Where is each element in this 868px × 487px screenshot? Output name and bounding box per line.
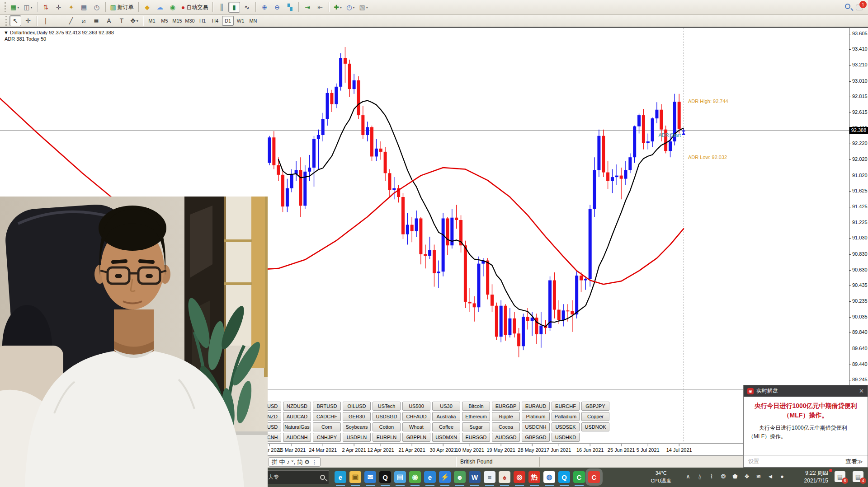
symbol-button-gbppln[interactable]: GBPPLN	[402, 433, 430, 442]
symbol-button-usdsgd[interactable]: USDSGD	[373, 412, 401, 421]
data-window-button[interactable]: ✛	[53, 2, 65, 13]
symbol-button-ethereum[interactable]: Ethereum	[462, 412, 490, 421]
taskbar-app-sticky-notes[interactable]: ▤	[394, 471, 406, 483]
symbol-button-cnhjpy[interactable]: CNHJPY	[313, 433, 341, 442]
symbol-button-ustech[interactable]: USTech	[373, 402, 401, 411]
symbol-button-eurchf[interactable]: EURCHF	[552, 402, 580, 411]
fibonacci-tool[interactable]: ≣	[90, 15, 102, 26]
navigator-button[interactable]: ✦	[66, 2, 77, 13]
trendline-tool[interactable]: ╱	[65, 15, 77, 26]
news-settings-link[interactable]: 设置	[748, 458, 759, 465]
symbol-button-chfaud[interactable]: CHFAUD	[402, 412, 430, 421]
auto-scroll-button[interactable]: ⇥	[302, 2, 313, 13]
cursor-tool[interactable]: ↖	[9, 15, 21, 26]
symbol-button-wheat[interactable]: Wheat	[402, 422, 430, 431]
timeframe-w1[interactable]: W1	[235, 16, 246, 26]
tray-qq-icon[interactable]: ●	[778, 473, 787, 480]
overlay-search-icon[interactable]	[845, 4, 850, 9]
taskbar-app-youdao[interactable]: ◎	[514, 471, 525, 483]
tray-wifi-icon[interactable]: ≋	[754, 473, 763, 480]
symbol-button-nzdusd[interactable]: NZDUSD	[283, 402, 311, 411]
new-order-button[interactable]: ▥新订单	[108, 2, 136, 13]
taskbar-app-hotspot[interactable]: 热	[528, 471, 540, 483]
symbol-button-platinum[interactable]: Platinum	[522, 412, 550, 421]
symbol-button-sugar[interactable]: Sugar	[462, 422, 490, 431]
symbol-button-us30[interactable]: US30	[432, 402, 460, 411]
taskbar-app-card-game[interactable]: ♠	[499, 471, 510, 483]
tile-windows-button[interactable]: ▚	[284, 2, 296, 13]
profiles-button[interactable]: ◫▾	[22, 2, 34, 13]
symbol-button-usdnok[interactable]: USDNOK	[581, 422, 609, 431]
symbol-button-usdhkd[interactable]: USDHKD	[552, 433, 580, 442]
symbol-button-corn[interactable]: Corn	[313, 422, 341, 431]
news-title-bar[interactable]: ◉ 实时解盘 ✕	[744, 385, 868, 397]
symbol-button-ripple[interactable]: Ripple	[492, 412, 520, 421]
symbol-button-us500[interactable]: US500	[402, 402, 430, 411]
news-view-link[interactable]: 查看≫	[845, 458, 863, 466]
text-tool[interactable]: A	[103, 15, 115, 26]
taskbar-app-camtasia-recorder[interactable]: C	[588, 471, 600, 483]
symbol-button-euraud[interactable]: EURAUD	[522, 402, 550, 411]
line-chart-button[interactable]: ∿	[241, 2, 253, 13]
cpu-temp-widget[interactable]: 34℃CPU温度	[644, 469, 678, 484]
chart-shift-button[interactable]: ⇤	[314, 2, 326, 13]
symbol-button-australia[interactable]: Australia	[432, 412, 460, 421]
symbol-button-oilusd[interactable]: OILUSD	[343, 402, 371, 411]
symbol-button-copper[interactable]: Copper	[581, 412, 609, 421]
symbol-button-usdcnh[interactable]: USDCNH	[522, 422, 550, 431]
channel-tool[interactable]: ⧄	[78, 15, 90, 26]
tray-defender-icon[interactable]: ⬟	[731, 473, 740, 480]
symbol-button-coffee[interactable]: Coffee	[432, 422, 460, 431]
timeframe-m5[interactable]: M5	[159, 16, 170, 26]
timeframe-m15[interactable]: M15	[171, 16, 183, 26]
timeframe-m1[interactable]: M1	[146, 16, 158, 26]
label-tool[interactable]: T	[116, 15, 127, 26]
market-watch-button[interactable]: ⇅	[40, 2, 52, 13]
clock-widget[interactable]: 9:22 周四2021/7/15	[790, 469, 828, 485]
news-headline[interactable]: 央行今日进行1000亿元中期借贷便利（MLF）操作。	[747, 401, 864, 420]
symbol-button-usdsek[interactable]: USDSEK	[552, 422, 580, 431]
taskbar-app-360-safe[interactable]: ◉	[409, 471, 421, 483]
notification-doc[interactable]: ▤6	[835, 471, 845, 482]
ime-toolbar[interactable]: 拼 中 ♪ °, 简 ⚙ ⋮	[269, 457, 321, 467]
new-chart-button[interactable]: ▦▾	[9, 2, 21, 13]
autotrade-button[interactable]: ●自动交易	[179, 2, 210, 13]
strategy-tester-button[interactable]: ◷	[91, 2, 103, 13]
symbol-button-audsgd[interactable]: AUDSGD	[492, 433, 520, 442]
close-icon[interactable]: ✕	[859, 388, 864, 394]
symbol-button-cotton[interactable]: Cotton	[373, 422, 401, 431]
symbol-button-cocoa[interactable]: Cocoa	[492, 422, 520, 431]
bar-chart-button[interactable]: ║	[216, 2, 227, 13]
symbol-button-brtusd[interactable]: BRTUSD	[313, 402, 341, 411]
zoom-in-button[interactable]: ⊕	[259, 2, 270, 13]
taskbar-app-notepad[interactable]: ≡	[484, 471, 495, 483]
taskbar-app-word[interactable]: W	[469, 471, 481, 483]
tray-bell-icon[interactable]: ⍙	[695, 473, 704, 480]
news-feed-button[interactable]: ◉	[167, 2, 179, 13]
candlestick-button[interactable]: ▮	[228, 2, 240, 13]
timeframe-h4[interactable]: H4	[209, 16, 221, 26]
taskbar-app-panda-app[interactable]: ☻	[454, 471, 466, 483]
symbol-button-ger30[interactable]: GER30	[343, 412, 371, 421]
taskbar-app-mail[interactable]: ✉	[364, 471, 376, 483]
templates-button[interactable]: ▧▾	[357, 2, 369, 13]
taskbar-app-camtasia-green[interactable]: C	[573, 471, 585, 483]
tray-expand-icon[interactable]: ∧	[684, 473, 693, 480]
taskbar-app-file-explorer[interactable]: ▣	[349, 471, 361, 483]
symbol-button-usdpln[interactable]: USDPLN	[343, 433, 371, 442]
timeframe-d1[interactable]: D1	[222, 16, 234, 26]
symbol-button-eurgbp[interactable]: EURGBP	[492, 402, 520, 411]
symbol-button-gbpjpy[interactable]: GBPJPY	[581, 402, 609, 411]
taskbar-app-qq[interactable]: Q	[379, 471, 391, 483]
tray-qq-guard-icon[interactable]: ❖	[742, 473, 751, 480]
shapes-tool[interactable]: ✥▾	[128, 15, 140, 26]
notification-center[interactable]: ▤4	[853, 471, 863, 482]
horizontal-line-tool[interactable]: ─	[52, 15, 64, 26]
taskbar-app-globe-app[interactable]: ◍	[543, 471, 555, 483]
vertical-line-tool[interactable]: |	[40, 15, 52, 26]
symbol-button-cadchf[interactable]: CADCHF	[313, 412, 341, 421]
tray-chrome-icon[interactable]: ❂	[719, 473, 728, 480]
symbol-button-bitcoin[interactable]: Bitcoin	[462, 402, 490, 411]
symbol-button-eurpln[interactable]: EURPLN	[373, 433, 401, 442]
zoom-out-button[interactable]: ⊖	[271, 2, 283, 13]
